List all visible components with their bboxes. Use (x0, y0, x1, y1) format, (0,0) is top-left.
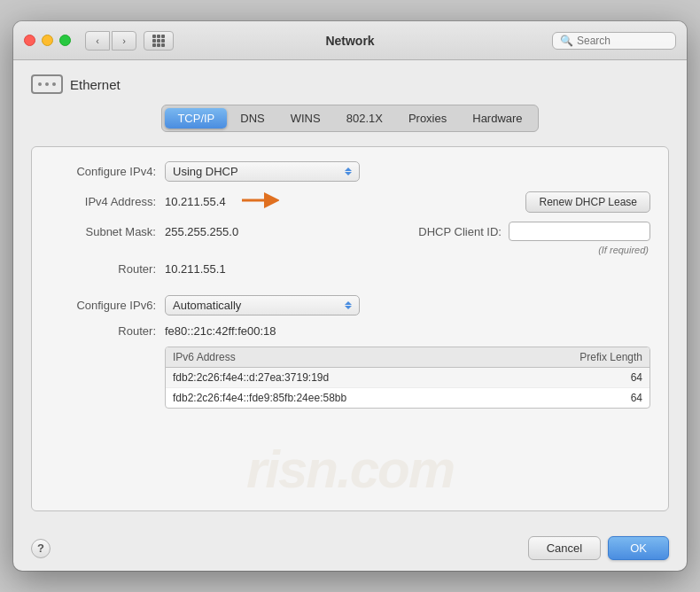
configure-ipv4-label: Configure IPv4: (50, 165, 165, 178)
titlebar: ‹ › Network 🔍 (13, 21, 687, 60)
subnet-mask-value: 255.255.255.0 (165, 225, 238, 238)
minimize-button[interactable] (42, 35, 53, 46)
search-bar[interactable]: 🔍 (552, 32, 676, 50)
table-row: fdb2:2c26:f4e4::d:27ea:3719:19d 64 (166, 368, 649, 388)
dhcp-client-id-label: DHCP Client ID: (418, 225, 502, 238)
configure-ipv4-dropdown[interactable]: Using DHCP (165, 161, 360, 182)
traffic-lights (24, 35, 71, 46)
configure-ipv4-value: Using DHCP (173, 165, 238, 178)
nav-buttons: ‹ › (85, 31, 136, 51)
ipv6-address-table: IPv6 Address Prefix Length fdb2:2c26:f4e… (165, 347, 650, 409)
configure-ipv6-label: Configure IPv6: (50, 299, 165, 312)
dhcp-client-id-input[interactable] (509, 222, 650, 241)
if-required-label: (If required) (598, 245, 649, 255)
ethernet-label: Ethernet (70, 77, 121, 92)
settings-panel: Configure IPv4: Using DHCP IPv4 Address:… (31, 146, 669, 511)
router-ipv6-value: fe80::21c:42ff:fe00:18 (165, 324, 276, 338)
ethernet-icon (31, 74, 63, 94)
window-title: Network (325, 34, 374, 48)
tab-tcpip[interactable]: TCP/IP (165, 108, 227, 129)
tab-bar: TCP/IP DNS WINS 802.1X Proxies Hardware (161, 105, 538, 132)
tab-8021x[interactable]: 802.1X (334, 108, 395, 129)
configure-ipv6-dropdown[interactable]: Automatically (165, 295, 360, 315)
help-button[interactable]: ? (31, 539, 51, 558)
router-ipv4-label: Router: (50, 262, 165, 276)
ipv4-address-label: IPv4 Address: (50, 195, 165, 208)
action-buttons: Cancel OK (528, 536, 669, 560)
tab-hardware[interactable]: Hardware (460, 108, 534, 129)
configure-ipv6-value: Automatically (173, 299, 241, 312)
router-ipv6-label: Router: (50, 324, 165, 338)
router-ipv4-value: 10.211.55.1 (165, 262, 226, 276)
orange-arrow-icon (235, 191, 279, 213)
bottom-bar: ? Cancel OK (13, 526, 687, 571)
tab-wins[interactable]: WINS (278, 108, 333, 129)
configure-ipv4-row: Configure IPv4: Using DHCP (50, 161, 650, 182)
router-ipv4-row: Router: 10.211.55.1 (50, 262, 650, 276)
configure-ipv6-row: Configure IPv6: Automatically (50, 295, 650, 315)
ok-button[interactable]: OK (608, 536, 669, 560)
search-input[interactable] (577, 35, 668, 47)
ipv6-table-header: IPv6 Address Prefix Length (166, 347, 649, 368)
tab-proxies[interactable]: Proxies (396, 108, 459, 129)
tab-dns[interactable]: DNS (228, 108, 276, 129)
cancel-button[interactable]: Cancel (528, 536, 601, 560)
search-icon: 🔍 (560, 35, 573, 47)
table-row: fdb2:2c26:f4e4::fde9:85fb:24ee:58bb 64 (166, 388, 649, 408)
ipv6-address-2: fdb2:2c26:f4e4::fde9:85fb:24ee:58bb (173, 392, 554, 404)
maximize-button[interactable] (59, 35, 71, 46)
ipv4-address-value: 10.211.55.4 (165, 195, 226, 208)
ethernet-header: Ethernet (31, 74, 669, 94)
ipv4-address-row: IPv4 Address: 10.211.55.4 Renew DHCP Lea… (50, 191, 650, 213)
dropdown-arrows-ipv6-icon (345, 301, 352, 309)
router-ipv6-row: Router: fe80::21c:42ff:fe00:18 (50, 324, 650, 338)
forward-button[interactable]: › (112, 31, 136, 51)
dropdown-arrows-icon (345, 167, 352, 175)
grid-icon (152, 35, 165, 47)
subnet-mask-label: Subnet Mask: (50, 225, 165, 238)
close-button[interactable] (24, 35, 35, 46)
ipv6-prefix-1: 64 (554, 371, 642, 384)
subnet-mask-row: Subnet Mask: 255.255.255.0 DHCP Client I… (50, 222, 650, 241)
grid-button[interactable] (144, 31, 174, 51)
ipv6-prefix-column-header: Prefix Length (554, 351, 642, 363)
ipv6-address-column-header: IPv6 Address (173, 351, 554, 363)
renew-dhcp-button[interactable]: Renew DHCP Lease (525, 191, 650, 213)
ipv6-prefix-2: 64 (554, 392, 642, 404)
ipv6-address-1: fdb2:2c26:f4e4::d:27ea:3719:19d (173, 371, 554, 384)
back-button[interactable]: ‹ (85, 31, 110, 51)
content-area: Ethernet TCP/IP DNS WINS 802.1X Proxies … (13, 60, 687, 526)
if-required-row: (If required) (50, 245, 650, 255)
